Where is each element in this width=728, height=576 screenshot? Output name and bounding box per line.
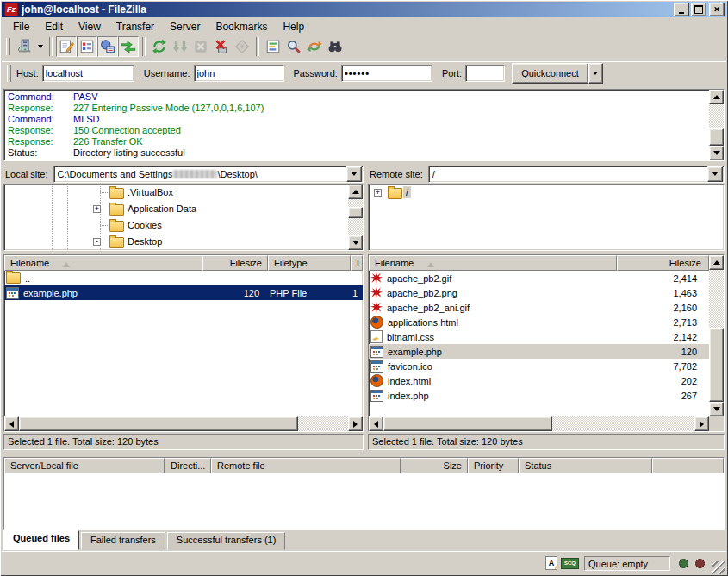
site-manager-icon [16, 39, 32, 54]
remote-site-combo[interactable]: / [428, 166, 725, 183]
column-header-filesize[interactable]: Filesize [202, 255, 268, 271]
sync-arrows-icon [307, 39, 322, 54]
toolbar-grip[interactable] [6, 38, 10, 55]
site-manager-button[interactable] [14, 36, 34, 57]
queue-empty-area [4, 473, 724, 529]
quickconnect-dropdown[interactable] [588, 63, 603, 84]
file-row[interactable]: bitnami.css2,142 [369, 329, 709, 344]
menu-edit[interactable]: Edit [37, 19, 71, 34]
toggle-message-log-button[interactable] [56, 36, 77, 57]
scroll-up-button[interactable] [348, 185, 363, 199]
refresh-button[interactable] [149, 36, 170, 57]
column-header-status[interactable]: Status [519, 458, 652, 473]
scroll-left-button[interactable] [4, 416, 19, 431]
scroll-right-button[interactable] [348, 416, 363, 431]
file-row[interactable]: favicon.ico7,782 [369, 359, 709, 373]
reconnect-button[interactable] [232, 36, 252, 57]
log-scrollbar[interactable] [709, 90, 724, 160]
local-site-combo[interactable]: C:\Documents and Settings\Desktop\ [53, 166, 364, 183]
resize-grip[interactable] [712, 561, 725, 574]
tree-item-application-data[interactable]: + Application Data [4, 201, 363, 217]
local-list-hscrollbar[interactable] [4, 416, 363, 431]
remote-list-vscrollbar[interactable] [709, 255, 724, 416]
tab-failed-transfers[interactable]: Failed transfers [81, 532, 165, 550]
menu-transfer[interactable]: Transfer [109, 19, 162, 34]
column-header-last-modified[interactable]: L [351, 255, 363, 271]
column-header-direction[interactable]: Directi... [165, 458, 211, 473]
find-button[interactable] [325, 36, 345, 57]
file-row[interactable]: index.php267 [369, 388, 709, 403]
expand-icon[interactable]: + [93, 205, 101, 213]
file-row[interactable]: apache_pb2.png1,463 [369, 285, 709, 300]
scrollbar-thumb[interactable] [709, 328, 724, 402]
column-header-filetype[interactable]: Filetype [268, 255, 351, 271]
quickconnect-button[interactable]: Quickconnect [512, 63, 588, 84]
file-row-parent-dir[interactable]: .. [4, 271, 363, 285]
host-input[interactable] [42, 65, 134, 82]
column-header-filesize[interactable]: Filesize [617, 255, 709, 271]
close-button[interactable]: ✕ [709, 3, 725, 16]
toggle-remote-tree-button[interactable] [97, 36, 118, 57]
tree-item-root[interactable]: + / [369, 185, 724, 201]
toggle-transfer-queue-button[interactable] [118, 36, 139, 57]
remote-site-dropdown[interactable] [707, 166, 723, 182]
synchronized-browsing-button[interactable] [304, 36, 325, 57]
local-site-dropdown[interactable] [346, 166, 362, 182]
expand-icon[interactable]: + [374, 189, 382, 197]
scroll-down-button[interactable] [709, 146, 724, 160]
scrollbar-thumb[interactable] [709, 128, 724, 146]
disconnect-button[interactable] [211, 36, 232, 57]
tree-item-virtualbox[interactable]: .VirtualBox [4, 185, 363, 201]
scroll-right-button[interactable] [694, 416, 709, 431]
scroll-left-button[interactable] [369, 416, 383, 431]
tab-successful-transfers[interactable]: Successful transfers (1) [167, 532, 286, 550]
column-header-filename[interactable]: Filename [369, 255, 617, 271]
column-header-remote-file[interactable]: Remote file [211, 458, 401, 473]
collapse-icon[interactable]: - [93, 238, 101, 246]
file-row[interactable]: applications.html2,713 [369, 315, 709, 329]
local-tree-scrollbar[interactable] [348, 185, 363, 250]
data-type-indicator-icon[interactable]: A [545, 556, 557, 570]
maximize-button[interactable] [691, 3, 706, 16]
file-row-selected[interactable]: example.php120 [369, 344, 709, 359]
password-input[interactable] [341, 65, 432, 82]
site-manager-dropdown[interactable] [34, 37, 46, 56]
minimize-button[interactable] [674, 3, 689, 16]
username-input[interactable] [194, 65, 284, 82]
tab-queued-files[interactable]: Queued files [3, 530, 79, 550]
scroll-up-button[interactable] [709, 255, 724, 270]
scrollbar-thumb[interactable] [383, 416, 552, 431]
menu-help[interactable]: Help [275, 19, 312, 34]
cancel-operation-button[interactable] [190, 36, 211, 57]
scrollbar-thumb[interactable] [19, 416, 298, 431]
toggle-local-tree-button[interactable] [77, 36, 97, 57]
scrollbar-thumb[interactable] [348, 207, 363, 218]
file-row[interactable]: index.html202 [369, 373, 709, 388]
port-input[interactable] [465, 65, 505, 82]
tree-item-desktop[interactable]: - Desktop [4, 234, 363, 250]
scroll-down-button[interactable] [348, 235, 363, 250]
column-header-server-local-file[interactable]: Server/Local file [4, 458, 165, 473]
tree-item-cookies[interactable]: Cookies [4, 217, 363, 234]
speed-limit-indicator-icon[interactable]: SCQ [561, 558, 579, 569]
menu-file[interactable]: File [5, 19, 37, 34]
filter-button[interactable] [263, 36, 283, 57]
file-row-selected[interactable]: example.php 120 PHP File 1 [4, 285, 363, 300]
column-header-filename[interactable]: Filename [4, 255, 202, 271]
scroll-up-button[interactable] [709, 90, 724, 104]
process-queue-button[interactable] [170, 36, 190, 57]
menu-view[interactable]: View [71, 19, 109, 34]
file-row[interactable]: apache_pb2.gif2,414 [369, 271, 709, 285]
column-header-size[interactable]: Size [401, 458, 468, 473]
file-row[interactable]: apache_pb2_ani.gif2,160 [369, 300, 709, 315]
remote-list-hscrollbar[interactable] [369, 416, 709, 431]
column-header-blank [652, 458, 724, 473]
directory-comparison-button[interactable] [283, 36, 304, 57]
toolbar-separator [49, 37, 53, 56]
quickconnect-grip[interactable] [7, 65, 11, 82]
column-header-priority[interactable]: Priority [468, 458, 519, 473]
scroll-down-button[interactable] [709, 402, 724, 416]
menu-server[interactable]: Server [162, 19, 208, 34]
html-file-icon [370, 316, 383, 329]
menu-bookmarks[interactable]: Bookmarks [208, 19, 275, 34]
